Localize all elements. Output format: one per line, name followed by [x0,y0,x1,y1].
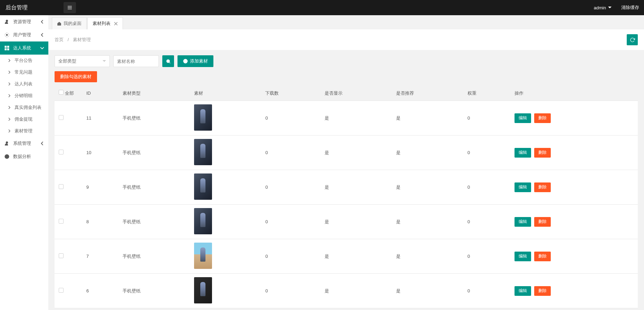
column-header: 下载数 [261,86,320,101]
edit-button[interactable]: 编辑 [515,148,531,158]
menu-toggle-button[interactable] [64,2,76,13]
search-button[interactable] [162,55,174,67]
sidebar-item-label: 达人系统 [13,45,40,51]
sidebar-icon [4,154,10,159]
sidebar-subitem[interactable]: 达人列表 [0,78,48,90]
chevron-right-icon [8,59,11,62]
chevron-right-icon [8,129,11,133]
sidebar-icon [4,45,10,51]
thumbnail-image[interactable] [194,104,212,131]
edit-button[interactable]: 编辑 [515,252,531,261]
svg-rect-6 [7,46,9,48]
edit-button[interactable]: 编辑 [515,182,531,192]
row-checkbox[interactable] [59,219,64,224]
column-header: 素材 [190,86,261,101]
refresh-button[interactable] [627,34,638,45]
material-table: 全部ID素材类型素材下载数是否显示是否推荐权重操作 11 手机壁纸 0 是 是 … [55,86,638,308]
sidebar-item[interactable]: 达人系统 [0,41,48,55]
cell-actions: 编辑 删除 [510,274,638,308]
logo: 后台管理 [0,4,62,11]
sidebar-item[interactable]: 资源管理 [0,15,48,28]
cell-display: 是 [320,135,392,170]
delete-button[interactable]: 删除 [534,148,551,158]
tab[interactable]: 我的桌面 [52,17,87,29]
cell-thumb [190,170,261,205]
tab[interactable]: 素材列表 [87,17,123,29]
chevron-left-icon [40,141,44,145]
delete-selected-button[interactable]: 删除勾选的素材 [55,71,97,82]
cell-downloads: 0 [261,101,320,135]
sidebar-item[interactable]: 用户管理 [0,28,48,41]
edit-button[interactable]: 编辑 [515,217,531,227]
row-checkbox[interactable] [59,288,64,293]
thumbnail-image[interactable] [194,277,212,303]
main: 我的桌面素材列表 首页 / 素材管理 全部类型 添加素材 [48,15,644,310]
row-checkbox[interactable] [59,253,64,258]
sidebar-subitem[interactable]: 常见问题 [0,66,48,78]
search-input[interactable] [113,55,159,67]
thumbnail-image[interactable] [194,243,212,269]
row-checkbox[interactable] [59,115,64,120]
cell-id: 11 [82,101,118,135]
clear-cache-button[interactable]: 清除缓存 [616,4,644,11]
table-row: 11 手机壁纸 0 是 是 0 编辑 删除 [55,101,638,135]
tab-label: 我的桌面 [64,20,81,27]
cell-display: 是 [320,239,392,274]
cell-recommend: 是 [392,135,463,170]
cell-downloads: 0 [261,135,320,170]
delete-button[interactable]: 删除 [534,217,551,227]
delete-button[interactable]: 删除 [534,252,551,261]
breadcrumb-root[interactable]: 首页 [55,37,64,42]
close-icon[interactable] [114,22,118,26]
cell-type: 手机壁纸 [118,135,190,170]
thumbnail-image[interactable] [194,208,212,234]
select-all-checkbox[interactable] [59,90,64,95]
header: 后台管理 admin 清除缓存 [0,0,644,15]
cell-downloads: 0 [261,170,320,205]
cell-actions: 编辑 删除 [510,101,638,135]
cell-thumb [190,101,261,135]
sidebar-item[interactable]: 数据分析 [0,150,48,163]
column-label: 全部 [65,91,74,96]
sidebar-subitem[interactable]: 佣金提现 [0,113,48,125]
delete-button[interactable]: 删除 [534,182,551,192]
thumbnail-image[interactable] [194,173,212,200]
delete-button[interactable]: 删除 [534,113,551,123]
cell-recommend: 是 [392,170,463,205]
cell-weight: 0 [463,170,510,205]
search-icon [166,59,171,64]
delete-button[interactable]: 删除 [534,286,551,296]
row-checkbox[interactable] [59,150,64,154]
edit-button[interactable]: 编辑 [515,286,531,296]
thumbnail-image[interactable] [194,139,212,165]
edit-button[interactable]: 编辑 [515,113,531,123]
sidebar-item[interactable]: 系统管理 [0,137,48,150]
cell-downloads: 0 [261,205,320,239]
table-row: 7 手机壁纸 0 是 是 0 编辑 删除 [55,239,638,274]
cell-id: 7 [82,239,118,274]
svg-point-3 [6,20,8,22]
sidebar-subitem-label: 佣金提现 [15,116,32,122]
hamburger-icon [67,5,73,10]
svg-point-9 [6,142,8,143]
sidebar-subitem[interactable]: 分销明细 [0,90,48,102]
sidebar-item-label: 数据分析 [13,153,44,160]
svg-rect-7 [5,48,7,50]
user-menu[interactable]: admin [589,5,616,10]
sidebar-subitem-label: 素材管理 [15,128,32,134]
table-row: 9 手机壁纸 0 是 是 0 编辑 删除 [55,170,638,205]
sidebar-subitem[interactable]: 素材管理 [0,125,48,137]
cell-type: 手机壁纸 [118,101,190,135]
sidebar-subitem[interactable]: 真实佣金列表 [0,102,48,113]
table-row: 6 手机壁纸 0 是 是 0 编辑 删除 [55,274,638,308]
tabs: 我的桌面素材列表 [48,15,644,29]
sidebar-subitem[interactable]: 平台公告 [0,55,48,66]
chevron-left-icon [40,20,44,24]
add-material-button[interactable]: 添加素材 [177,55,213,67]
type-filter-select[interactable]: 全部类型 [55,55,110,67]
sidebar: 资源管理 用户管理 达人系统 平台公告常见问题达人列表分销明细真实佣金列表佣金提… [0,15,48,310]
home-icon [57,21,61,26]
row-checkbox[interactable] [59,184,64,189]
chevron-right-icon [8,118,11,121]
cell-actions: 编辑 删除 [510,135,638,170]
